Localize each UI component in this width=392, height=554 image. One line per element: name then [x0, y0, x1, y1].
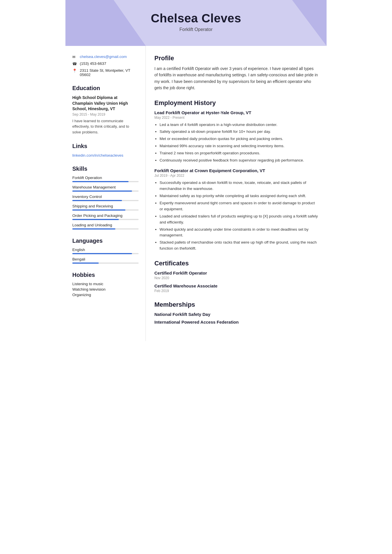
- certificates-section: Certificates Certified Forklift Operator…: [154, 260, 318, 293]
- skill-item: Warehouse Management: [72, 185, 139, 192]
- certificates-title: Certificates: [154, 260, 318, 267]
- hobby-item: Listening to music: [72, 282, 139, 286]
- language-bar-fill: [72, 263, 99, 264]
- education-title: Education: [72, 85, 139, 92]
- job-bullet: Loaded and unloaded trailers full of pro…: [160, 213, 318, 226]
- membership-item: National Forklift Safety Day: [154, 312, 318, 317]
- skill-bar-bg: [72, 228, 139, 230]
- skills-section: Skills Forklift Operation Warehouse Mana…: [72, 166, 139, 230]
- edu-date: Sep 2015 - May 2019: [72, 112, 139, 116]
- job-bullet: Successfully operated a sit-down forklif…: [160, 180, 318, 192]
- links-section: Links linkedin.com/in/chelseacleves: [72, 143, 139, 158]
- skill-bar-fill: [72, 219, 119, 220]
- skill-name: Forklift Operation: [72, 176, 139, 180]
- memberships-section: Memberships National Forklift Safety Day…: [154, 301, 318, 324]
- job-bullet: Maintained 99% accuracy rate in scanning…: [160, 143, 318, 149]
- skill-name: Inventory Control: [72, 195, 139, 199]
- skills-list: Forklift Operation Warehouse Management …: [72, 176, 139, 230]
- cert-date: Nov 2020: [154, 276, 318, 280]
- profile-section: Profile I am a certified Forklift Operat…: [154, 55, 318, 91]
- resume-header: Chelsea Cleves Forklift Operator: [65, 0, 327, 46]
- profile-text: I am a certified Forklift Operator with …: [154, 65, 318, 91]
- language-item: English: [72, 248, 139, 254]
- skill-item: Loading and Unloading: [72, 223, 139, 230]
- skill-item: Forklift Operation: [72, 176, 139, 182]
- phone-icon: ☎: [72, 62, 77, 66]
- skill-bar-fill: [72, 209, 125, 211]
- education-section: Education High School Diploma at Champla…: [72, 85, 139, 135]
- skill-bar-fill: [72, 181, 129, 182]
- sidebar: ✉ chelsea.cleves@gmail.com ☎ (153) 453-6…: [65, 46, 146, 341]
- languages-list: English Bengali: [72, 248, 139, 264]
- location-icon: 📍: [72, 69, 77, 73]
- language-name: English: [72, 248, 139, 252]
- job-bullet: Expertly maneuvered around tight corners…: [160, 200, 318, 212]
- address-text: 2311 State St, Montpelier, VT 05602: [80, 68, 139, 77]
- memberships-title: Memberships: [154, 301, 318, 308]
- cert-item: Certified Forklift Operator Nov 2020: [154, 271, 318, 280]
- skills-title: Skills: [72, 166, 139, 172]
- skill-bar-bg: [72, 209, 139, 211]
- hobbies-section: Hobbies Listening to musicWatching telev…: [72, 272, 139, 297]
- skill-name: Shipping and Receiving: [72, 204, 139, 208]
- languages-title: Languages: [72, 238, 139, 244]
- language-bar-fill: [72, 253, 132, 254]
- candidate-title: Forklift Operator: [71, 27, 321, 32]
- linkedin-link-item: linkedin.com/in/chelseacleves: [72, 153, 139, 158]
- email-icon: ✉: [72, 55, 77, 59]
- skill-item: Inventory Control: [72, 195, 139, 201]
- phone-text: (153) 453-6637: [80, 61, 106, 66]
- cert-item: Certified Warehouse Associate Feb 2019: [154, 283, 318, 293]
- job-title: Forklift Operator at Crown Equipment Cor…: [154, 168, 318, 173]
- employment-title: Employment History: [154, 99, 318, 107]
- contact-section: ✉ chelsea.cleves@gmail.com ☎ (153) 453-6…: [72, 55, 139, 77]
- email-link[interactable]: chelsea.cleves@gmail.com: [80, 55, 127, 59]
- skill-bar-bg: [72, 219, 139, 220]
- languages-section: Languages English Bengali: [72, 238, 139, 264]
- skill-bar-fill: [72, 228, 115, 230]
- job-bullet: Safely operated a sit-down propane forkl…: [160, 129, 318, 135]
- certs-list: Certified Forklift Operator Nov 2020 Cer…: [154, 271, 318, 293]
- job-bullet: Met or exceeded daily production quotas …: [160, 136, 318, 142]
- employment-section: Employment History Lead Forklift Operato…: [154, 99, 318, 252]
- edu-degree: High School Diploma at Champlain Valley …: [72, 95, 139, 112]
- skill-bar-fill: [72, 191, 132, 192]
- links-title: Links: [72, 143, 139, 149]
- job-bullet: Trained 2 new hires on properforklift op…: [160, 150, 318, 156]
- candidate-name: Chelsea Cleves: [71, 11, 321, 25]
- job-bullet: Led a team of 4 forklift operators in a …: [160, 122, 318, 128]
- skill-name: Order Picking and Packaging: [72, 213, 139, 218]
- job-bullet: Continuously received positive feedback …: [160, 158, 318, 164]
- contact-address: 📍 2311 State St, Montpelier, VT 05602: [72, 68, 139, 77]
- job-bullets: Successfully operated a sit-down forklif…: [154, 180, 318, 252]
- linkedin-link[interactable]: linkedin.com/in/chelseacleves: [72, 153, 123, 158]
- skill-item: Order Picking and Packaging: [72, 213, 139, 220]
- job-date: Jul 2019 - Apr 2022: [154, 174, 318, 178]
- skill-bar-bg: [72, 181, 139, 182]
- cert-name: Certified Forklift Operator: [154, 271, 318, 275]
- main-layout: ✉ chelsea.cleves@gmail.com ☎ (153) 453-6…: [65, 46, 327, 341]
- contact-email: ✉ chelsea.cleves@gmail.com: [72, 55, 139, 59]
- job-title: Lead Forklift Operator at Hyster-Yale Gr…: [154, 110, 318, 115]
- job-bullets: Led a team of 4 forklift operators in a …: [154, 122, 318, 164]
- job-bullet: Stacked pallets of merchandise onto rack…: [160, 240, 318, 252]
- hobby-item: Organizing: [72, 293, 139, 297]
- membership-item: International Powered Access Federation: [154, 320, 318, 324]
- skill-name: Loading and Unloading: [72, 223, 139, 227]
- language-bar-bg: [72, 263, 139, 264]
- members-list: National Forklift Safety DayInternationa…: [154, 312, 318, 324]
- job-item: Forklift Operator at Crown Equipment Cor…: [154, 168, 318, 252]
- cert-name: Certified Warehouse Associate: [154, 283, 318, 288]
- job-bullet: Worked quickly and accurately under time…: [160, 227, 318, 239]
- skill-name: Warehouse Management: [72, 185, 139, 189]
- job-date: May 2022 - Present: [154, 116, 318, 120]
- job-bullet: Maintained safety as top priority while …: [160, 193, 318, 199]
- job-item: Lead Forklift Operator at Hyster-Yale Gr…: [154, 110, 318, 164]
- edu-description: I have learned to communicate effectivel…: [72, 118, 139, 135]
- skill-bar-bg: [72, 200, 139, 201]
- hobbies-title: Hobbies: [72, 272, 139, 278]
- skill-bar-fill: [72, 200, 122, 201]
- hobbies-list: Listening to musicWatching televisionOrg…: [72, 282, 139, 297]
- main-content: Profile I am a certified Forklift Operat…: [146, 46, 327, 341]
- cert-date: Feb 2019: [154, 289, 318, 293]
